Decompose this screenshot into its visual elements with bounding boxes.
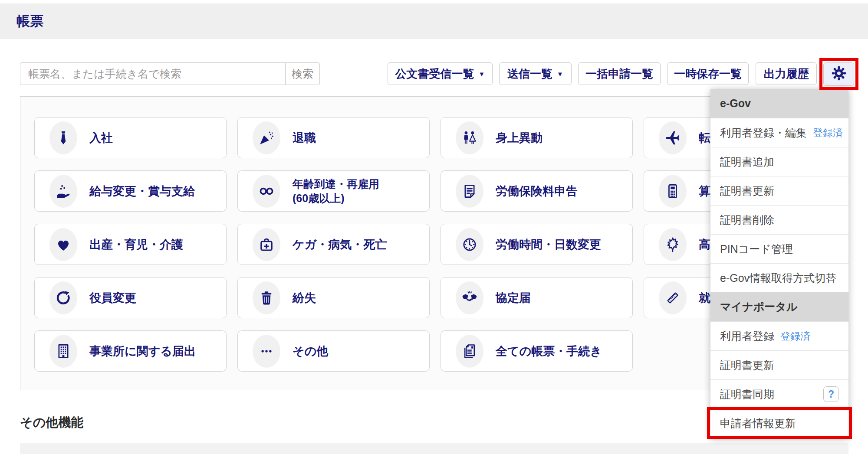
button-label: 一時保存一覧: [674, 66, 742, 82]
category-card-joining[interactable]: 入社: [34, 117, 227, 158]
bulk-application-list-button[interactable]: 一括申請一覧: [578, 62, 661, 85]
other-functions-panel: [20, 443, 848, 454]
caret-down-icon: ▼: [479, 70, 485, 78]
output-history-button[interactable]: 出力履歴: [756, 62, 817, 85]
category-card-officer-change[interactable]: 役員変更: [34, 277, 227, 318]
category-card-personal-change[interactable]: 身上異動: [441, 117, 633, 158]
clock-icon: [456, 228, 483, 261]
menu-item-label: 証明書追加: [720, 155, 774, 169]
caret-down-icon: ▼: [557, 70, 563, 78]
card-label: 給与変更・賞与支給: [89, 183, 195, 199]
menu-item-applicant-info-update[interactable]: 申請者情報更新: [710, 408, 848, 438]
necktie-icon: [49, 121, 77, 154]
help-icon[interactable]: ?: [823, 386, 839, 402]
menu-item-certificate-sync[interactable]: 証明書同期 ?: [710, 379, 848, 408]
category-card-agreement[interactable]: 協定届: [441, 277, 633, 318]
menu-item-pin-code-management[interactable]: PINコード管理: [710, 234, 848, 263]
menu-item-certificate-delete[interactable]: 証明書削除: [710, 205, 848, 234]
menu-item-certificate-renew-myna[interactable]: 証明書更新: [710, 350, 848, 379]
button-label: 公文書受信一覧: [395, 66, 474, 82]
forms-page: 帳票 検索 公文書受信一覧 ▼ 送信一覧 ▼ 一括申請一覧 一時保存一覧 出力履…: [0, 0, 868, 454]
gear-icon: [831, 65, 847, 83]
search-input[interactable]: [20, 62, 286, 85]
draft-list-button[interactable]: 一時保存一覧: [667, 62, 749, 85]
page-title: 帳票: [16, 12, 43, 30]
glasses-icon: [253, 175, 280, 208]
registered-badge: 登録済: [780, 330, 810, 343]
maple-leaf-icon: [659, 228, 687, 261]
menu-item-egov-info-method-switch[interactable]: e-Gov情報取得方式切替: [710, 263, 848, 292]
building-icon: [49, 335, 77, 368]
category-card-other[interactable]: その他: [237, 330, 430, 372]
received-documents-list-button[interactable]: 公文書受信一覧 ▼: [388, 62, 493, 85]
calculator-icon: [659, 175, 687, 208]
category-card-childbirth-care[interactable]: 出産・育児・介護: [34, 224, 227, 265]
card-label: 協定届: [496, 290, 531, 306]
document-icon: [456, 175, 483, 208]
ruler-icon: [659, 281, 687, 314]
card-label: 出産・育児・介護: [89, 237, 183, 252]
card-label: 役員変更: [89, 290, 136, 306]
card-label: 紛失: [293, 290, 316, 306]
sent-list-button[interactable]: 送信一覧 ▼: [499, 62, 572, 85]
menu-item-label: 利用者登録: [720, 329, 774, 343]
menu-item-label: e-Gov情報取得方式切替: [720, 271, 836, 285]
menu-item-label: 証明書同期: [720, 387, 774, 402]
category-card-retirement[interactable]: 退職: [237, 117, 430, 158]
search-button[interactable]: 検索: [285, 62, 320, 85]
menu-section-mynaportal: マイナポータル: [710, 292, 848, 321]
heart-icon: [49, 228, 77, 261]
category-card-working-hours[interactable]: 労働時間・日数変更: [441, 224, 633, 265]
category-card-labor-insurance[interactable]: 労働保険料申告: [441, 170, 633, 212]
refresh-icon: [49, 281, 77, 314]
menu-item-certificate-add[interactable]: 証明書追加: [710, 147, 848, 176]
category-card-injury-sickness[interactable]: ケガ・病気・死亡: [237, 224, 430, 265]
category-card-office-notifications[interactable]: 事業所に関する届出: [34, 330, 227, 372]
card-label: 退職: [293, 130, 316, 146]
card-label: 事業所に関する届出: [89, 343, 196, 359]
menu-item-user-registration[interactable]: 利用者登録 登録済: [710, 321, 848, 350]
card-label: 労働時間・日数変更: [496, 237, 601, 252]
documents-icon: [456, 335, 483, 368]
category-card-all-forms[interactable]: 全ての帳票・手続き: [441, 330, 633, 372]
settings-dropdown-menu: e-Gov 利用者登録・編集 登録済 証明書追加 証明書更新 証明書削除 PIN…: [710, 89, 848, 438]
ellipsis-icon: [253, 335, 280, 368]
menu-item-label: PINコード管理: [720, 242, 793, 256]
first-aid-kit-icon: [253, 228, 280, 261]
registered-badge: 登録済: [813, 126, 843, 140]
category-card-salary-bonus[interactable]: 給与変更・賞与支給: [34, 170, 227, 212]
button-label: 送信一覧: [507, 66, 552, 82]
card-label: 年齢到達・再雇用 (60歳以上): [293, 177, 379, 205]
card-label: その他: [293, 343, 328, 359]
menu-item-label: 証明書削除: [720, 213, 774, 227]
menu-section-egov: e-Gov: [710, 89, 848, 118]
trash-icon: [253, 281, 280, 314]
airplane-icon: [659, 121, 687, 154]
party-popper-icon: [253, 121, 280, 154]
menu-item-user-registration-edit[interactable]: 利用者登録・編集 登録済: [710, 118, 848, 147]
handshake-icon: [456, 281, 483, 314]
card-label: 身上異動: [496, 130, 542, 146]
button-label: 一括申請一覧: [585, 66, 653, 82]
card-label: 全ての帳票・手続き: [496, 343, 602, 359]
button-label: 出力履歴: [764, 66, 809, 82]
menu-item-label: 申請者情報更新: [720, 416, 796, 431]
card-label: 入社: [89, 130, 113, 146]
category-card-loss[interactable]: 紛失: [237, 277, 430, 318]
category-card-age-rehire[interactable]: 年齢到達・再雇用 (60歳以上): [237, 170, 430, 212]
card-label: 労働保険料申告: [496, 183, 578, 199]
menu-item-label: 証明書更新: [720, 184, 774, 198]
settings-button[interactable]: [823, 62, 854, 86]
other-functions-heading: その他機能: [20, 414, 83, 431]
menu-item-certificate-renew-egov[interactable]: 証明書更新: [710, 176, 848, 205]
menu-item-label: 証明書更新: [720, 358, 774, 372]
wedding-couple-icon: [456, 121, 483, 154]
hand-coins-icon: [49, 175, 77, 208]
menu-item-label: 利用者登録・編集: [720, 126, 807, 140]
card-label: ケガ・病気・死亡: [293, 237, 387, 252]
page-header: 帳票: [0, 3, 868, 39]
